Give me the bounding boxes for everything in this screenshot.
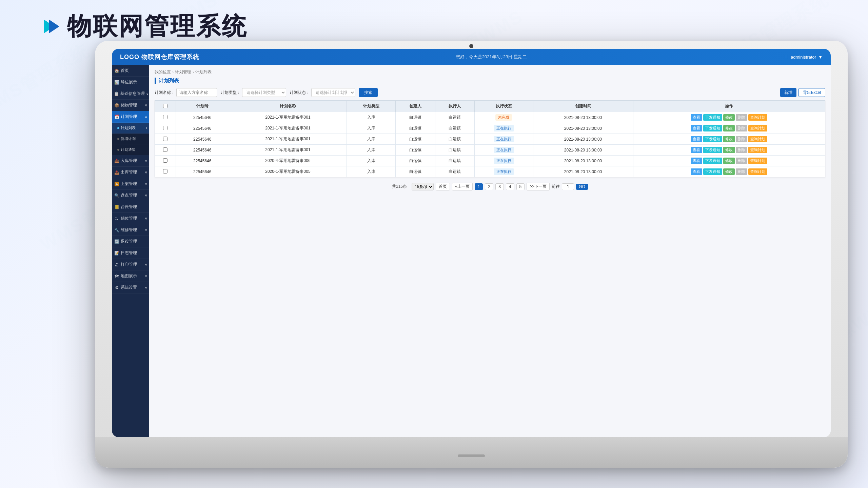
table-row: 22545646 2021-1-军用地雷备事001 入库 白运镇 白运镇 未完成… [155, 112, 825, 123]
notify-btn-5[interactable]: 下发通知 [703, 168, 722, 175]
sidebar-item-maintenance[interactable]: 🔧 维修管理 ∨ [112, 224, 149, 236]
plan-notice-dot [117, 149, 119, 151]
view-btn-1[interactable]: 查看 [691, 125, 702, 131]
detail-btn-5[interactable]: 查询计划 [748, 168, 767, 175]
select-all-checkbox[interactable] [163, 104, 167, 108]
edit-btn-4[interactable]: 修改 [723, 158, 735, 164]
detail-btn-0[interactable]: 查询计划 [748, 114, 767, 121]
sidebar-plan-mgmt-label: 计划管理 [121, 114, 137, 120]
row-check-0[interactable] [163, 115, 167, 119]
edit-btn-5[interactable]: 修改 [723, 168, 735, 175]
search-button[interactable]: 搜索 [359, 88, 378, 97]
go-button[interactable]: GO [576, 184, 588, 190]
row-checkbox-3 [155, 145, 176, 156]
sidebar-item-inventory[interactable]: 🔍 盘点管理 ∨ [112, 190, 149, 201]
next-page-button[interactable]: >>下一页 [527, 183, 550, 190]
page-header: 物联网管理系统 [41, 10, 248, 43]
sidebar-item-plan-list[interactable]: 计划列表 › [112, 123, 149, 134]
goto-page-input[interactable] [562, 183, 574, 190]
delete-btn-1[interactable]: 删除 [736, 125, 747, 131]
sidebar-item-map[interactable]: 🗺 地图展示 ∨ [112, 270, 149, 282]
row-plan-name-5: 2020-1-军用地雷备事005 [229, 166, 347, 177]
page-3-button[interactable]: 3 [495, 183, 504, 190]
sidebar-item-print[interactable]: 🖨 打印管理 ∨ [112, 259, 149, 270]
detail-btn-1[interactable]: 查询计划 [748, 125, 767, 131]
view-btn-4[interactable]: 查看 [691, 158, 702, 164]
delete-btn-4[interactable]: 删除 [736, 158, 747, 164]
export-excel-button[interactable]: 导出Excel [798, 88, 825, 97]
view-btn-2[interactable]: 查看 [691, 136, 702, 142]
edit-btn-2[interactable]: 修改 [723, 136, 735, 142]
first-page-button[interactable]: 首页 [436, 183, 450, 190]
row-check-3[interactable] [163, 147, 167, 152]
sidebar-item-log[interactable]: 📝 日志管理 [112, 247, 149, 259]
row-check-1[interactable] [163, 126, 167, 130]
sidebar-item-home[interactable]: 🏠 首页 [112, 65, 149, 77]
sidebar-item-ledger[interactable]: 📒 台账管理 [112, 201, 149, 213]
shelving-icon: 🔼 [114, 182, 119, 186]
view-btn-5[interactable]: 查看 [691, 168, 702, 175]
row-status-1: 正在执行 [474, 123, 533, 134]
prev-page-button[interactable]: «上一页 [452, 183, 473, 190]
main-content: 我的位置 › 计划管理 › 计划列表 计划列表 计划名称： [149, 65, 831, 437]
view-btn-0[interactable]: 查看 [691, 114, 702, 121]
sidebar-item-retirement[interactable]: 🔄 退役管理 [112, 236, 149, 247]
maintenance-arrow-icon: ∨ [145, 228, 147, 232]
sidebar-item-basic-info[interactable]: 📋 基础信息管理 ∨ [112, 88, 149, 100]
add-button[interactable]: 新增 [780, 88, 796, 97]
plan-type-select[interactable]: 请选择计划类型 [242, 88, 286, 97]
notify-btn-3[interactable]: 下发通知 [703, 147, 722, 153]
edit-btn-3[interactable]: 修改 [723, 147, 735, 153]
row-plan-type-1: 入库 [347, 123, 396, 134]
delete-btn-3[interactable]: 删除 [736, 147, 747, 153]
sidebar-item-plan-mgmt[interactable]: 📅 计划管理 ∧ [112, 111, 149, 123]
sidebar-item-inbound[interactable]: 📥 入库管理 ∨ [112, 155, 149, 167]
notify-btn-0[interactable]: 下发通知 [703, 114, 722, 121]
sidebar-item-slot-mgmt[interactable]: 🗂 储位管理 ∨ [112, 213, 149, 224]
delete-btn-0[interactable]: 删除 [736, 114, 747, 121]
plan-status-select[interactable]: 请选择计划计划状态 [311, 88, 355, 97]
sidebar-item-outbound[interactable]: 📤 出库管理 ∨ [112, 167, 149, 178]
notify-btn-1[interactable]: 下发通知 [703, 125, 722, 131]
sidebar-add-plan-label: 新增计划 [121, 136, 136, 141]
row-creator-2: 白运镇 [396, 134, 435, 145]
sidebar-item-plan-notice[interactable]: 计划通知 [112, 144, 149, 155]
page-1-button[interactable]: 1 [475, 183, 483, 190]
row-check-5[interactable] [163, 169, 167, 174]
page-4-button[interactable]: 4 [506, 183, 514, 190]
sidebar-item-location-display[interactable]: 📊 导位展示 [112, 77, 149, 88]
edit-btn-1[interactable]: 修改 [723, 125, 735, 131]
notify-btn-4[interactable]: 下发通知 [703, 158, 722, 164]
sidebar-item-shelving[interactable]: 🔼 上架管理 ∨ [112, 178, 149, 190]
filter-plan-status: 计划状态： 请选择计划计划状态 [290, 88, 355, 97]
view-btn-3[interactable]: 查看 [691, 147, 702, 153]
page-size-select[interactable]: 15条/页 [412, 183, 434, 190]
plan-name-input[interactable] [176, 88, 217, 97]
page-2-button[interactable]: 2 [485, 183, 493, 190]
row-plan-name-2: 2021-1-军用地雷备事001 [229, 134, 347, 145]
delete-btn-5[interactable]: 删除 [736, 168, 747, 175]
sidebar-item-settings[interactable]: ⚙ 系统设置 ∨ [112, 282, 149, 293]
page-5-button[interactable]: 5 [516, 183, 525, 190]
row-check-4[interactable] [163, 158, 167, 163]
print-arrow-icon: ∨ [145, 263, 147, 266]
notify-btn-2[interactable]: 下发通知 [703, 136, 722, 142]
retirement-icon: 🔄 [114, 239, 119, 244]
username-label: administrator [791, 55, 816, 60]
sidebar-item-storage[interactable]: 📦 储物管理 ∨ [112, 100, 149, 111]
basic-info-icon: 📋 [114, 92, 119, 96]
edit-btn-0[interactable]: 修改 [723, 114, 735, 121]
row-executor-4: 白运镇 [435, 156, 474, 166]
dropdown-icon[interactable]: ▼ [818, 55, 823, 60]
detail-btn-4[interactable]: 查询计划 [748, 158, 767, 164]
row-plan-name-3: 2021-1-军用地雷备事001 [229, 145, 347, 156]
row-created-at-0: 2021-08-20 13:00:00 [533, 112, 633, 123]
row-plan-id-1: 22545646 [176, 123, 229, 134]
breadcrumb: 我的位置 › 计划管理 › 计划列表 [155, 69, 825, 75]
row-check-2[interactable] [163, 137, 167, 141]
detail-btn-2[interactable]: 查询计划 [748, 136, 767, 142]
detail-btn-3[interactable]: 查询计划 [748, 147, 767, 153]
delete-btn-2[interactable]: 删除 [736, 136, 747, 142]
row-executor-0: 白运镇 [435, 112, 474, 123]
sidebar-item-add-plan[interactable]: 新增计划 [112, 134, 149, 144]
